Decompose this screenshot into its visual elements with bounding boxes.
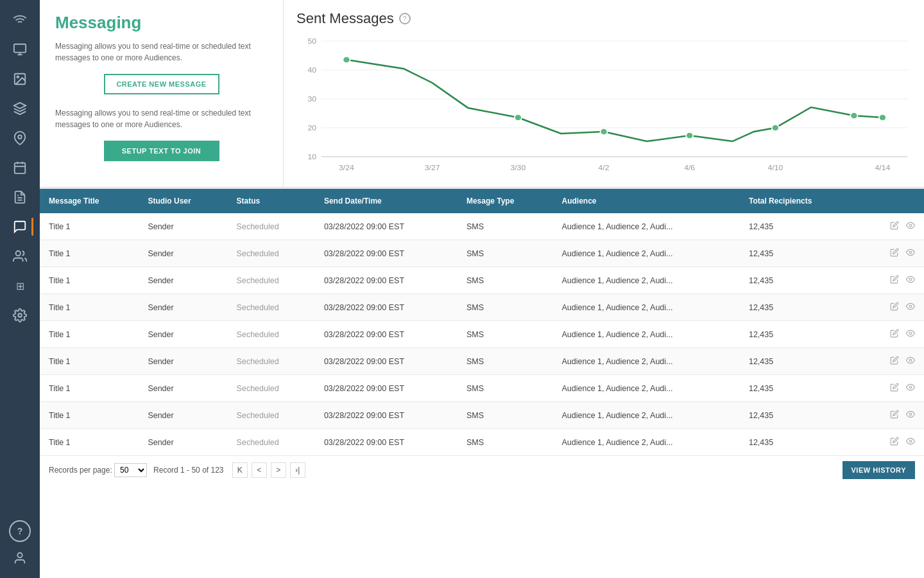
cell-total: 12,435 xyxy=(740,375,857,402)
settings-icon[interactable] xyxy=(6,302,33,329)
svg-point-43 xyxy=(909,278,912,281)
cell-audience: Audience 1, Audience 2, Audi... xyxy=(552,402,739,429)
view-button[interactable] xyxy=(903,274,918,287)
messaging-panel: Messaging Messaging allows you to send r… xyxy=(40,0,284,187)
table-row: Title 1 Sender Secheduled 03/28/2022 09:… xyxy=(40,375,924,402)
cell-user: Sender xyxy=(139,240,227,267)
edit-button[interactable] xyxy=(887,328,902,341)
cell-type: SMS xyxy=(458,402,553,429)
cell-type: SMS xyxy=(458,375,553,402)
layers-icon[interactable] xyxy=(6,95,33,122)
edit-button[interactable] xyxy=(887,408,902,422)
view-button[interactable] xyxy=(903,408,918,422)
qr-icon[interactable]: ⊞ xyxy=(6,272,33,299)
cell-user: Sender xyxy=(139,348,227,375)
cell-total: 12,435 xyxy=(740,294,857,321)
view-history-cell: VIEW HISTORY xyxy=(458,456,924,485)
view-button[interactable] xyxy=(903,381,918,395)
view-button[interactable] xyxy=(903,328,918,341)
cell-user: Sender xyxy=(139,321,227,348)
monitor-icon[interactable] xyxy=(6,36,33,63)
svg-point-49 xyxy=(909,440,912,442)
cell-status: Secheduled xyxy=(228,240,315,267)
cell-actions xyxy=(857,402,924,429)
view-button[interactable] xyxy=(903,220,918,233)
users-icon[interactable] xyxy=(6,243,33,270)
view-button[interactable] xyxy=(903,355,918,368)
table-row: Title 1 Sender Secheduled 03/28/2022 09:… xyxy=(40,402,924,429)
cell-audience: Audience 1, Audience 2, Audi... xyxy=(552,348,739,375)
help-circle-icon[interactable]: ? xyxy=(9,520,31,542)
table-row: Title 1 Sender Secheduled 03/28/2022 09:… xyxy=(40,240,924,267)
svg-point-37 xyxy=(772,125,779,131)
svg-point-6 xyxy=(18,135,22,139)
prev-page-button[interactable]: < xyxy=(252,462,267,478)
cell-total: 12,435 xyxy=(740,321,857,348)
cell-title: Title 1 xyxy=(40,294,139,321)
document-icon[interactable] xyxy=(6,184,33,211)
create-new-message-button[interactable]: CREATE NEW MESSAGE xyxy=(104,74,219,94)
edit-button[interactable] xyxy=(887,381,902,395)
svg-point-39 xyxy=(879,114,886,121)
svg-text:40: 40 xyxy=(308,66,317,74)
cell-datetime: 03/28/2022 09:00 EST xyxy=(315,321,458,348)
table-row: Title 1 Sender Secheduled 03/28/2022 09:… xyxy=(40,321,924,348)
table-row: Title 1 Sender Secheduled 03/28/2022 09:… xyxy=(40,348,924,375)
cell-datetime: 03/28/2022 09:00 EST xyxy=(315,294,458,321)
edit-button[interactable] xyxy=(887,301,902,314)
svg-point-34 xyxy=(515,114,522,121)
next-page-button[interactable]: > xyxy=(271,462,286,478)
edit-button[interactable] xyxy=(887,355,902,368)
cell-total: 12,435 xyxy=(740,348,857,375)
per-page-select[interactable]: 50 25 100 xyxy=(114,463,147,477)
view-history-button[interactable]: VIEW HISTORY xyxy=(843,461,915,479)
edit-button[interactable] xyxy=(887,435,902,449)
cell-actions xyxy=(857,213,924,240)
svg-text:3/27: 3/27 xyxy=(425,164,440,171)
svg-point-33 xyxy=(343,57,350,63)
chart-help-icon[interactable]: ? xyxy=(399,13,411,24)
profile-icon[interactable] xyxy=(6,545,33,572)
edit-button[interactable] xyxy=(887,247,902,260)
cell-audience: Audience 1, Audience 2, Audi... xyxy=(552,429,739,456)
cell-title: Title 1 xyxy=(40,402,139,429)
first-page-button[interactable]: K xyxy=(232,462,248,478)
location-icon[interactable] xyxy=(6,125,33,152)
col-total-recipients: Total Recipiencts xyxy=(740,189,857,213)
view-button[interactable] xyxy=(903,247,918,260)
setup-text-to-join-button[interactable]: SETUP TEXT TO JOIN xyxy=(104,141,219,161)
chart-title: Sent Messages xyxy=(296,10,394,27)
svg-text:50: 50 xyxy=(308,37,317,45)
cell-actions xyxy=(857,348,924,375)
svg-text:30: 30 xyxy=(308,95,317,103)
cell-title: Title 1 xyxy=(40,240,139,267)
cell-datetime: 03/28/2022 09:00 EST xyxy=(315,213,458,240)
cell-total: 12,435 xyxy=(740,240,857,267)
svg-point-48 xyxy=(909,413,912,416)
messaging-icon[interactable] xyxy=(6,213,33,240)
svg-rect-7 xyxy=(15,163,26,173)
svg-text:3/24: 3/24 xyxy=(339,164,354,171)
calendar-icon[interactable] xyxy=(6,154,33,181)
wifi-icon[interactable] xyxy=(6,6,33,33)
cell-status: Secheduled xyxy=(228,213,315,240)
image-icon[interactable] xyxy=(6,66,33,92)
svg-point-38 xyxy=(850,112,857,119)
cell-actions xyxy=(857,375,924,402)
cell-audience: Audience 1, Audience 2, Audi... xyxy=(552,213,739,240)
cell-title: Title 1 xyxy=(40,213,139,240)
edit-button[interactable] xyxy=(887,220,902,233)
last-page-button[interactable]: ›| xyxy=(290,462,305,478)
table-row: Title 1 Sender Secheduled 03/28/2022 09:… xyxy=(40,267,924,294)
view-button[interactable] xyxy=(903,301,918,314)
edit-button[interactable] xyxy=(887,274,902,287)
svg-text:20: 20 xyxy=(308,124,317,132)
cell-status: Secheduled xyxy=(228,429,315,456)
cell-type: SMS xyxy=(458,294,553,321)
chart-svg: 50 40 30 20 10 3/24 3/27 3/30 4/2 xyxy=(296,32,911,173)
svg-marker-5 xyxy=(14,103,26,109)
col-send-datetime: Send Date/Time xyxy=(315,189,458,213)
top-section: Messaging Messaging allows you to send r… xyxy=(40,0,924,188)
view-button[interactable] xyxy=(903,435,918,449)
cell-datetime: 03/28/2022 09:00 EST xyxy=(315,267,458,294)
